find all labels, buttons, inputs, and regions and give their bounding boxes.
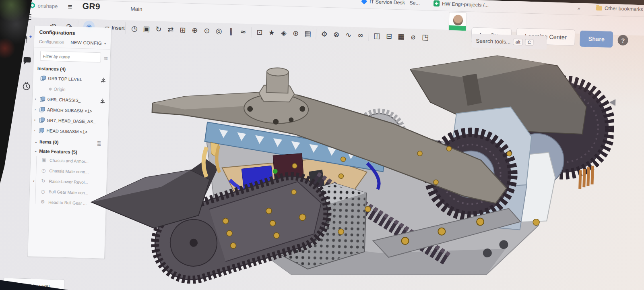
- mate-connector-icon[interactable]: ◷: [128, 22, 141, 34]
- cylindrical-mate-icon[interactable]: ⊕: [189, 24, 201, 36]
- rack-relation-icon[interactable]: ⊗: [330, 28, 343, 40]
- onshape-logo[interactable]: onshape: [29, 2, 58, 9]
- gear-mate-icon: ⚙: [39, 199, 46, 205]
- chain-relation-icon[interactable]: ∞: [354, 29, 367, 41]
- avatar-face: [453, 14, 463, 25]
- bookmark-label: IT Service Desk - Se...: [369, 0, 420, 6]
- assembly-viewport[interactable]: [82, 43, 616, 290]
- user-avatar[interactable]: [448, 12, 466, 31]
- ball-mate-icon[interactable]: ◎: [213, 25, 225, 37]
- pin-slot-mate-icon[interactable]: ⊙: [201, 24, 213, 37]
- instance-label: ARMOR SUBASM <1>: [47, 107, 93, 113]
- bookmarks-overflow-chevron[interactable]: »: [578, 5, 580, 11]
- instance-label: Origin: [54, 87, 66, 92]
- mate-label: Raise-Lower Revol...: [49, 179, 88, 185]
- revolute-mate-icon[interactable]: ↻: [153, 23, 165, 35]
- instance-label: HEAD SUBASM <1>: [46, 128, 87, 134]
- chevron-right-icon[interactable]: ›: [34, 128, 39, 133]
- measure-tool-icon[interactable]: ◳: [419, 31, 431, 43]
- document-menu-icon[interactable]: ≡: [68, 2, 72, 11]
- mate-label: Bull Gear Mate con...: [49, 189, 89, 195]
- subassembly-icon: [39, 128, 44, 133]
- bom-table-icon[interactable]: ▦: [395, 30, 407, 42]
- chevron-right-icon[interactable]: ›: [35, 97, 40, 101]
- mate-connector-icon: ◷: [40, 168, 47, 173]
- insert-part-icon[interactable]: ◈: [277, 26, 290, 39]
- mate-label: Chassis Mate conn...: [49, 168, 89, 174]
- folder-icon: [596, 6, 602, 10]
- insert-label: Insert: [111, 25, 125, 31]
- belt-relation-icon[interactable]: ∿: [342, 28, 355, 41]
- search-tools-label: Search tools...: [476, 38, 511, 45]
- subassembly-icon: [39, 117, 45, 123]
- sheets-grid-icon: [433, 0, 440, 6]
- tangent-relation-icon[interactable]: ≈: [237, 25, 249, 37]
- jira-diamond-icon: [361, 0, 367, 4]
- items-header-label: Items (0): [39, 139, 59, 144]
- mates-header-label: Mate Features (5): [39, 149, 77, 155]
- explode-view-icon[interactable]: ★: [265, 26, 278, 39]
- other-bookmarks-label: Other bookmarks: [605, 5, 643, 12]
- mouse-cursor: [609, 99, 615, 106]
- display-states-icon[interactable]: ▤: [301, 27, 314, 39]
- versions-history-icon[interactable]: [22, 82, 31, 91]
- mate-label: Head to Bull Gear ...: [48, 200, 87, 206]
- browser-screen: IT Service Desk - Se... HW Engr-projects…: [0, 0, 644, 290]
- search-tools-bar[interactable]: Search tools... alt C: [472, 34, 547, 50]
- mate-label: Chassis and Armor...: [50, 158, 89, 164]
- kbd-alt: alt: [513, 39, 523, 46]
- named-views-icon[interactable]: ⊟: [383, 29, 395, 42]
- section-view-icon[interactable]: ◫: [371, 29, 383, 41]
- instance-label: GR9_CHASSIS_: [47, 97, 81, 103]
- bookmark-hw-engr[interactable]: HW Engr-projects /...: [433, 0, 489, 8]
- bookmark-service-desk[interactable]: IT Service Desk - Se...: [361, 0, 420, 6]
- configuration-label: Configuration: [39, 39, 64, 45]
- origin-icon: [49, 87, 52, 90]
- bookmark-label: HW Engr-projects /...: [442, 1, 489, 8]
- comments-panel-icon[interactable]: [23, 57, 32, 66]
- mate-connector-icon: ◷: [40, 188, 46, 194]
- gear-relation-icon[interactable]: ⚙: [318, 27, 330, 40]
- workspace-main[interactable]: Main: [130, 6, 142, 12]
- subassembly-icon: [39, 96, 45, 102]
- planar-mate-icon[interactable]: ⊞: [177, 23, 189, 36]
- toolbar-divider: [368, 31, 369, 41]
- fastened-mate-icon[interactable]: ▣: [140, 22, 153, 35]
- other-bookmarks[interactable]: Other bookmarks: [596, 5, 643, 12]
- subassembly-icon: [40, 75, 46, 81]
- toolbar-divider: [316, 29, 316, 39]
- snap-mode-icon[interactable]: ⊛: [289, 27, 302, 39]
- slider-mate-icon[interactable]: ⇄: [165, 23, 177, 35]
- group-tool-icon[interactable]: ⊡: [253, 26, 266, 38]
- monitor-photo: IT Service Desk - Se... HW Engr-projects…: [0, 0, 644, 290]
- fastened-mate-icon: ▣: [41, 157, 47, 163]
- parallel-relation-icon[interactable]: ∥: [225, 25, 237, 37]
- kbd-c: C: [525, 39, 534, 46]
- chevron-down-icon: ⌄: [34, 149, 37, 153]
- hide-suppress-icon[interactable]: ⌀: [407, 30, 419, 43]
- toolbar-divider: [251, 27, 252, 38]
- chevron-right-icon[interactable]: ›: [34, 118, 39, 122]
- chevron-right-icon[interactable]: ›: [33, 179, 38, 183]
- subassembly-icon: [39, 107, 45, 112]
- document-title[interactable]: GR9: [82, 1, 100, 11]
- chevron-down-icon: ⌄: [34, 139, 37, 143]
- revolute-mate-icon: ↻: [40, 178, 46, 184]
- chevron-right-icon[interactable]: ›: [35, 108, 39, 112]
- onshape-wordmark: onshape: [37, 2, 58, 9]
- instance-label: GR9 TOP LEVEL: [48, 76, 82, 82]
